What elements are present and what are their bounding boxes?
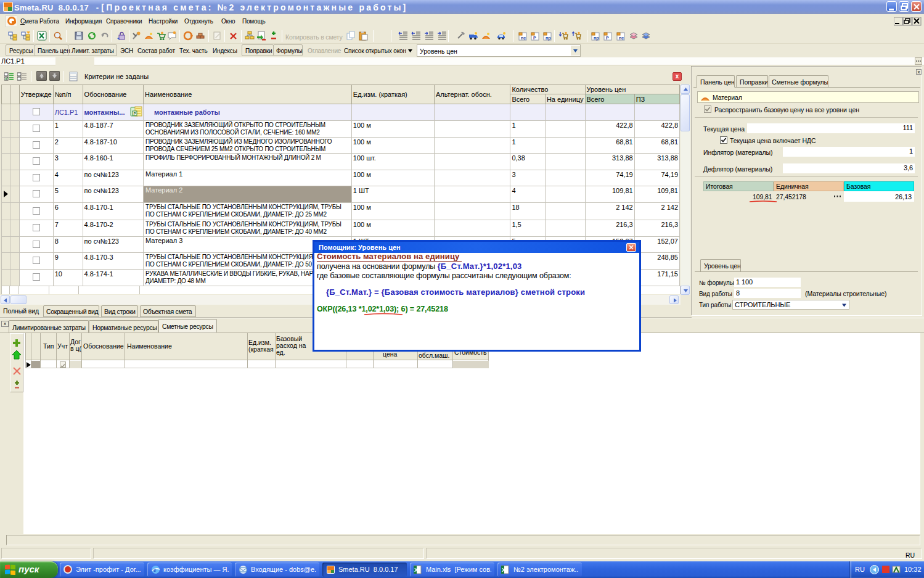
svg-text:Р: Р <box>606 36 609 40</box>
svg-text:пр: пр <box>546 36 551 41</box>
svg-text:пр: пр <box>594 36 599 41</box>
svg-text:X: X <box>414 567 418 573</box>
svg-text:X: X <box>502 567 505 573</box>
svg-text:Р: Р <box>134 112 136 115</box>
svg-text:Р: Р <box>533 36 536 40</box>
svg-text:пс: пс <box>521 36 526 40</box>
svg-text:пс: пс <box>619 36 624 40</box>
svg-text:e: e <box>153 566 157 573</box>
